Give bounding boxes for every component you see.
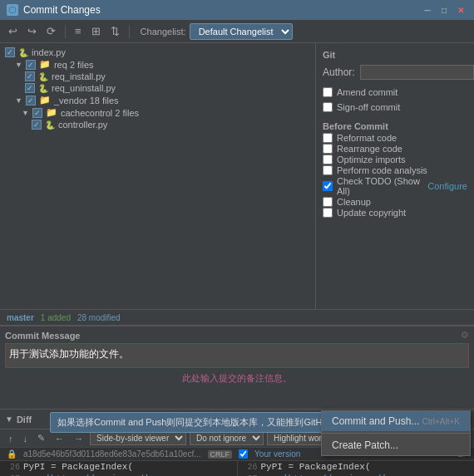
cleanup-row: Cleanup [323, 197, 467, 207]
python-file-icon3: 🐍 [38, 84, 48, 93]
python-file-icon2: 🐍 [38, 72, 48, 81]
viewer-select[interactable]: Side-by-side viewer [90, 431, 186, 445]
check-todo-row: Check TODO (Show All) Configure [323, 176, 467, 196]
reformat-checkbox[interactable] [323, 133, 333, 143]
context-menu-item-commit-push[interactable]: Commit and Push... Ctrl+Alt+K [322, 411, 470, 431]
code-analysis-checkbox[interactable] [323, 165, 333, 175]
author-input[interactable] [360, 65, 474, 80]
diff-checkbox[interactable] [239, 449, 248, 459]
modified-count: 28 modified [77, 313, 121, 322]
copyright-checkbox[interactable] [323, 208, 333, 218]
branch-label: master [7, 313, 34, 322]
main-content: ✓ 🐍 index.py ▼ ✓ 📁 req 2 files ✓ 🐍 req_i… [0, 43, 474, 309]
diff-line: 26 PyPI = PackageIndex( [0, 461, 237, 473]
tree-label: controller.py [58, 120, 107, 130]
configure-link[interactable]: Configure [427, 181, 467, 191]
python-file-icon: 🐍 [18, 48, 28, 57]
tree-item-index-py[interactable]: ✓ 🐍 index.py [0, 47, 315, 58]
expand-icon3: ▼ [22, 109, 29, 117]
lock-icon: 🔒 [7, 449, 17, 459]
amend-commit-checkbox[interactable] [323, 87, 333, 97]
tree-label: req_uninstall.py [52, 83, 116, 93]
menu-separator [322, 433, 470, 434]
your-version-label: Your version [254, 449, 300, 459]
commit-message-label: Commit Message [5, 331, 80, 341]
group-button[interactable]: ⊞ [88, 23, 104, 39]
copyright-label: Update copyright [337, 208, 406, 218]
author-row: Author: [323, 65, 467, 80]
changelist-label: Changelist: [141, 27, 186, 37]
line-content: PyPI = PackageIndex( [261, 462, 371, 472]
signoff-commit-row: Sign-off commit [323, 102, 467, 112]
toolbar: ↩ ↪ ⟳ ≡ ⊞ ⇅ Changelist: Default Changeli… [0, 20, 474, 43]
diff-content: 26 PyPI = PackageIndex( 27 'https://pypi… [0, 461, 474, 476]
diff-filename: a18d5e46b5f3d011d8ed6e83a7e5db61a10ecf..… [23, 449, 201, 459]
ignore-select[interactable]: Do not ignore [190, 431, 264, 445]
diff-left-button[interactable]: ← [52, 432, 67, 445]
rearrange-checkbox[interactable] [323, 144, 333, 154]
diff-line: 26 PyPI = PackageIndex( [238, 461, 475, 473]
diff-up-button[interactable]: ↑ [5, 432, 17, 445]
title-bar: Commit Changes ─ □ ✕ [0, 0, 474, 20]
signoff-commit-checkbox[interactable] [323, 102, 333, 112]
amend-commit-label: Amend commit [337, 87, 397, 97]
redo-button[interactable]: ↪ [24, 23, 40, 39]
before-commit-label: Before Commit [323, 121, 467, 131]
python-file-icon4: 🐍 [45, 120, 55, 130]
checkbox-controller[interactable]: ✓ [32, 120, 42, 130]
cleanup-label: Cleanup [337, 197, 371, 207]
maximize-button[interactable]: □ [437, 3, 451, 17]
line-num: 26 [243, 463, 258, 472]
sort-button[interactable]: ⇅ [107, 23, 123, 39]
move-button[interactable]: ≡ [72, 23, 85, 39]
checkbox-req[interactable]: ✓ [26, 60, 36, 70]
tree-label: req_install.py [52, 71, 106, 81]
checkbox-index-py[interactable]: ✓ [5, 47, 15, 57]
folder-icon: 📁 [39, 59, 51, 70]
folder-icon2: 📁 [39, 95, 51, 106]
expand-icon2: ▼ [15, 96, 22, 105]
refresh-button[interactable]: ⟳ [43, 23, 59, 39]
checkbox-req-install[interactable]: ✓ [25, 71, 35, 81]
tree-label: index.py [32, 47, 66, 57]
commit-message-input[interactable]: 用于测试添加功能的文件。 [5, 343, 469, 368]
tree-label: cachecontrol 2 files [61, 108, 139, 118]
author-label: Author: [323, 66, 355, 78]
git-section-label: Git [323, 50, 467, 60]
diff-label: Diff [17, 415, 32, 424]
diff-right-button[interactable]: → [71, 432, 86, 445]
tooltip-text: 如果选择Commit and Push则同提交到本地版本库，又能推到GitHub [57, 417, 333, 427]
context-menu-item-create-patch[interactable]: Create Patch... [322, 435, 470, 455]
close-button[interactable]: ✕ [454, 3, 467, 17]
svg-point-0 [9, 7, 16, 13]
checkbox-req-uninstall[interactable]: ✓ [25, 83, 35, 93]
tree-item-vendor[interactable]: ▼ ✓ 📁 _vendor 18 files [0, 94, 315, 106]
commit-message-area: Commit Message ⚙ 用于测试添加功能的文件。 此处输入提交的备注信… [0, 326, 474, 409]
tree-item-req[interactable]: ▼ ✓ 📁 req 2 files [0, 58, 315, 71]
minimize-button[interactable]: ─ [421, 3, 434, 17]
code-analysis-row: Perform code analysis [323, 165, 467, 175]
line-content: PyPI = PackageIndex( [23, 462, 133, 472]
signoff-commit-label: Sign-off commit [337, 102, 400, 112]
checkbox-cachecontrol[interactable]: ✓ [32, 108, 42, 118]
tree-item-cachecontrol[interactable]: ▼ ✓ 📁 cachecontrol 2 files [0, 106, 315, 119]
right-panel: Git Author: Amend commit Sign-off commit… [316, 43, 474, 309]
diff-left-panel: 26 PyPI = PackageIndex( 27 'https://pypi… [0, 461, 238, 476]
optimize-checkbox[interactable] [323, 155, 333, 164]
changelist-select[interactable]: Default Changelist [190, 23, 293, 40]
tree-item-req-install[interactable]: ✓ 🐍 req_install.py [0, 71, 315, 82]
checkbox-vendor[interactable]: ✓ [26, 96, 36, 106]
tree-item-req-uninstall[interactable]: ✓ 🐍 req_uninstall.py [0, 82, 315, 94]
diff-line: 27 'https://pypi.org/' [0, 473, 237, 476]
diff-down-button[interactable]: ↓ [20, 432, 32, 445]
cleanup-checkbox[interactable] [323, 197, 333, 207]
before-commit-section: Before Commit Reformat code Rearrange co… [323, 121, 467, 218]
diff-edit-button[interactable]: ✎ [34, 431, 48, 445]
copyright-row: Update copyright [323, 208, 467, 218]
crlf-badge: CRLF [208, 450, 233, 459]
undo-button[interactable]: ↩ [5, 23, 21, 39]
tree-item-controller[interactable]: ✓ 🐍 controller.py [0, 119, 315, 130]
rearrange-label: Rearrange code [337, 144, 402, 154]
diff-toggle[interactable]: ▼ [5, 415, 13, 424]
check-todo-checkbox[interactable] [323, 181, 333, 191]
